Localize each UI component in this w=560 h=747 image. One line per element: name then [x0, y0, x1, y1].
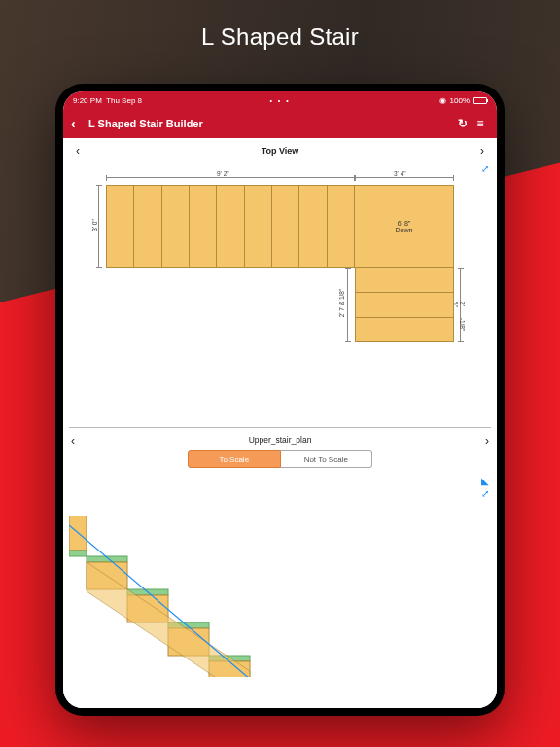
dim-left: 3' 0" — [91, 219, 98, 231]
lower-treads — [355, 268, 454, 342]
plan-name-label: Upper_stair_plan — [63, 432, 497, 445]
landing-dim: 6' 8" — [398, 220, 411, 227]
scale-toggle[interactable]: To Scale Not To Scale — [188, 450, 372, 468]
dim-right: 2' 5" — [452, 302, 466, 307]
promo-title: L Shaped Stair — [0, 0, 560, 68]
menu-icon[interactable]: ≡ — [472, 117, 489, 130]
status-bar: 9:20 PM Thu Sep 8 • • • ◉ 100% — [63, 91, 497, 109]
stair-plan-drawing: 9' 2" 3' 4" 3' 0" 2' 5" -1/8" 2' 7 & 1/8… — [106, 175, 458, 338]
upper-treads — [106, 185, 355, 268]
dim-right-2: -1/8" — [459, 318, 466, 332]
battery-icon — [473, 97, 487, 104]
next-view-button[interactable]: › — [475, 144, 489, 158]
stair-side-drawing — [69, 516, 293, 677]
expand-bottom-icon[interactable]: ⤢ — [481, 488, 489, 499]
not-to-scale-option[interactable]: Not To Scale — [281, 450, 373, 468]
landing: 6' 8" Down — [355, 185, 454, 268]
status-time: 9:20 PM Thu Sep 8 — [73, 96, 142, 105]
landing-down-label: Down — [396, 227, 413, 233]
to-scale-option[interactable]: To Scale — [188, 450, 281, 468]
top-view-caption: Top View — [262, 146, 299, 156]
title-bar: ‹ L Shaped Stair Builder ↻ ≡ — [63, 109, 497, 138]
side-view-section: ⤢ — [63, 484, 497, 677]
prev-view-button[interactable]: ‹ — [71, 144, 85, 158]
next-plan-button[interactable]: › — [485, 434, 489, 447]
svg-rect-1 — [69, 551, 87, 556]
refresh-icon[interactable]: ↻ — [454, 117, 472, 130]
dim-top-2: 3' 4" — [394, 170, 406, 177]
top-view-section: ‹ Top View › ⤢ 9' 2" 3' 4" 3' 0" — [63, 138, 497, 428]
svg-marker-10 — [87, 562, 250, 677]
expand-top-icon[interactable]: ⤢ — [481, 163, 489, 174]
wifi-icon: ◉ — [439, 96, 446, 105]
ipad-frame: 9:20 PM Thu Sep 8 • • • ◉ 100% ‹ L Shape… — [55, 84, 505, 716]
status-dots: • • • — [269, 97, 290, 104]
battery-label: 100% — [450, 96, 470, 105]
dim-top-1: 9' 2" — [217, 170, 229, 177]
prev-plan-button[interactable]: ‹ — [71, 434, 75, 447]
back-button[interactable]: ‹ — [71, 116, 88, 131]
dim-down-run: 2' 7 & 1/8" — [338, 289, 345, 318]
plan-selector-section: ‹ › Upper_stair_plan To Scale Not To Sca… — [63, 428, 497, 484]
screen-title: L Shaped Stair Builder — [88, 118, 203, 129]
